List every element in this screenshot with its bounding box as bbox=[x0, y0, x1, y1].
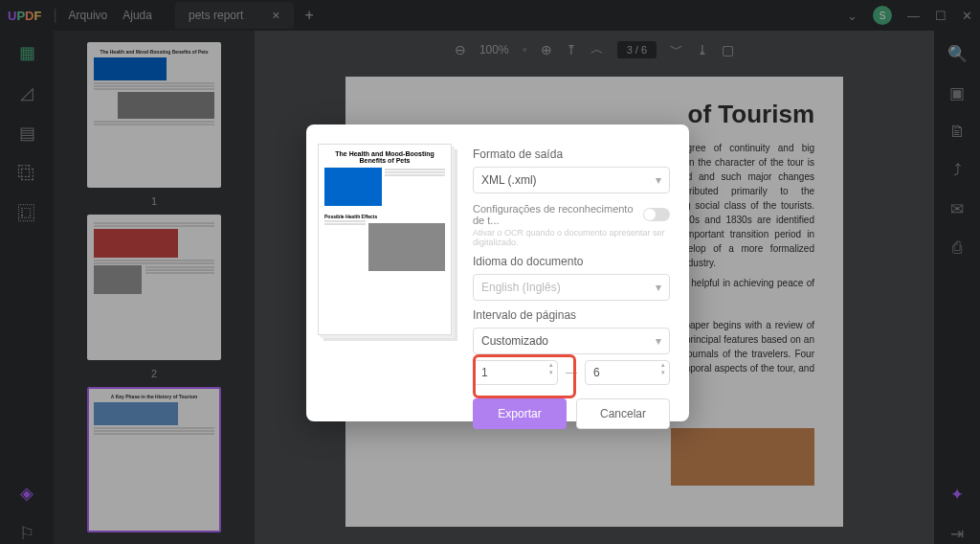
language-select[interactable]: English (Inglês) bbox=[473, 274, 670, 301]
range-to-input[interactable]: 6 bbox=[585, 360, 670, 385]
range-separator: — bbox=[566, 366, 577, 379]
range-from-input[interactable]: 1 bbox=[473, 360, 558, 385]
range-select[interactable]: Customizado bbox=[473, 328, 670, 354]
range-label: Intervalo de páginas bbox=[473, 308, 670, 322]
language-label: Idioma do documento bbox=[473, 255, 670, 268]
output-format-label: Formato de saída bbox=[473, 147, 670, 161]
export-dialog: The Health and Mood-Boosting Benefits of… bbox=[306, 125, 689, 421]
ocr-hint: Ativar o OCR quando o documento apresent… bbox=[473, 228, 670, 247]
ocr-toggle[interactable] bbox=[643, 208, 670, 221]
ocr-settings-label: Configurações de reconhecimento de t... bbox=[473, 203, 635, 226]
dialog-preview: The Health and Mood-Boosting Benefits of… bbox=[318, 144, 452, 335]
export-button[interactable]: Exportar bbox=[473, 398, 567, 429]
output-format-select[interactable]: XML (.xml) bbox=[473, 167, 670, 193]
cancel-button[interactable]: Cancelar bbox=[576, 398, 670, 429]
